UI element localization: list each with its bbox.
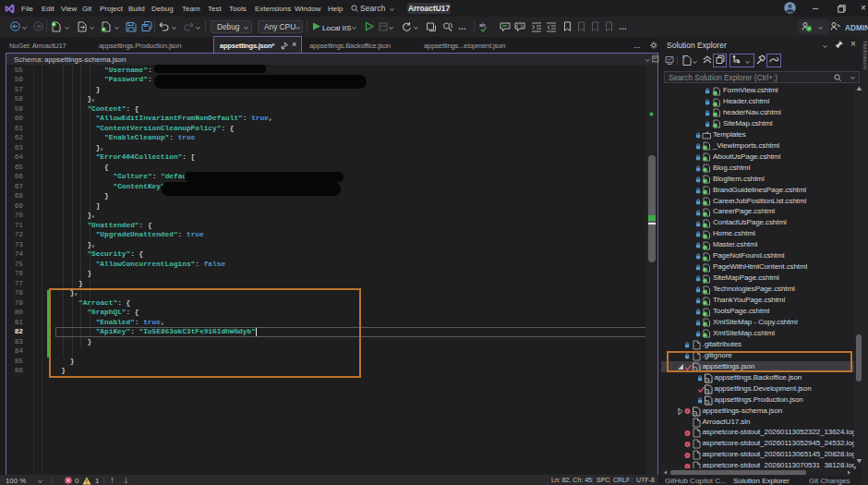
- svg-text:ab: ab: [479, 22, 486, 28]
